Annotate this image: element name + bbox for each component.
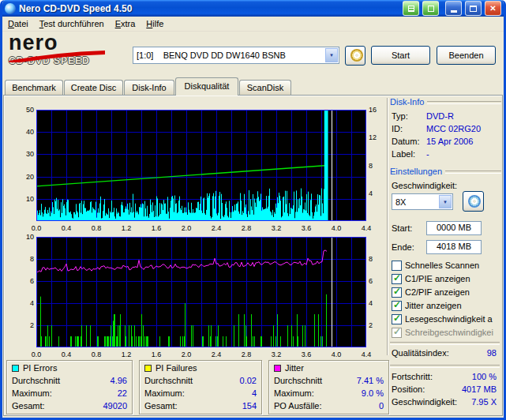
svg-text:6: 6 xyxy=(369,277,373,285)
close-icon: ✕ xyxy=(489,5,496,13)
svg-text:8: 8 xyxy=(30,255,34,263)
settings-header: Einstellungen xyxy=(390,167,501,176)
maximize-icon xyxy=(470,6,477,12)
capture-icon-2 xyxy=(428,6,434,12)
quit-button[interactable]: Beenden xyxy=(437,46,496,65)
start-position-label: Start: xyxy=(392,223,412,233)
title-bar: Nero CD-DVD Speed 4.50 ✕ xyxy=(2,0,504,17)
menu-hilfe[interactable]: Hilfe xyxy=(141,17,169,31)
checkbox-c2-pif[interactable]: ✓ C2/PIF anzeigen xyxy=(390,287,501,298)
svg-text:1.2: 1.2 xyxy=(122,351,132,358)
svg-text:40: 40 xyxy=(26,128,34,136)
disk-type-label: Typ: xyxy=(392,111,408,121)
svg-text:4: 4 xyxy=(30,299,34,307)
capture-button-1[interactable] xyxy=(403,1,419,16)
pi-errors-legend-swatch xyxy=(12,365,19,372)
speed-readout-label: Geschwindigkeit: xyxy=(392,397,457,407)
pi-failures-jitter-chart: 0.00.40.81.21.62.02.42.83.23.64.04.41086… xyxy=(17,231,382,361)
tab-diskqualitaet[interactable]: Diskqualität xyxy=(175,77,238,96)
drive-select-value: [1:0] BENQ DVD DD DW1640 BSNB xyxy=(137,47,324,63)
checkbox-box: ✓ xyxy=(392,328,402,338)
minimize-icon xyxy=(451,10,457,13)
speed-readout-value: 7.95 X xyxy=(471,397,497,407)
disk-type-value: DVD-R xyxy=(426,111,454,121)
quality-index-label: Qualitätsindex: xyxy=(392,348,449,358)
drive-select[interactable]: [1:0] BENQ DVD DD DW1640 BSNB ▼ xyxy=(133,47,339,64)
chevron-down-icon: ▼ xyxy=(329,53,334,58)
svg-text:8: 8 xyxy=(369,255,373,263)
start-position-input[interactable]: 0000 MB xyxy=(426,221,482,235)
svg-text:3.2: 3.2 xyxy=(272,351,282,358)
refresh-disc-button[interactable] xyxy=(463,191,484,212)
checkbox-jitter[interactable]: ✓ Jitter anzeigen xyxy=(390,300,501,311)
menu-bar: Datei Test durchführen Extra Hilfe xyxy=(2,17,504,32)
start-button[interactable]: Start xyxy=(371,46,430,65)
disk-label-value: - xyxy=(426,149,429,159)
logo-swoosh xyxy=(9,50,111,62)
end-position-input[interactable]: 4018 MB xyxy=(426,240,482,254)
svg-text:50: 50 xyxy=(26,106,34,114)
tab-strip: Benchmark Create Disc Disk-Info Diskqual… xyxy=(5,77,336,96)
tab-disk-info[interactable]: Disk-Info xyxy=(124,80,174,95)
close-button[interactable]: ✕ xyxy=(485,1,501,16)
tab-create-disc[interactable]: Create Disc xyxy=(64,80,123,95)
jitter-stats-title: Jitter xyxy=(285,363,304,373)
checkbox-box: ✓ xyxy=(392,301,402,311)
pi-failures-legend-swatch xyxy=(144,365,152,372)
checkbox-schnelles-scannen[interactable]: ✓ Schnelles Scannen xyxy=(390,260,501,271)
nero-logo: nero CD-DVD SPEED xyxy=(9,32,127,69)
checkbox-box: ✓ xyxy=(392,261,402,271)
pi-failures-stats-title: PI Failures xyxy=(156,363,197,373)
minimize-button[interactable] xyxy=(445,1,462,16)
window-title: Nero CD-DVD Speed 4.50 xyxy=(19,3,399,14)
drive-select-dropdown[interactable]: ▼ xyxy=(325,48,338,62)
svg-text:0.0: 0.0 xyxy=(32,351,42,358)
svg-text:1.6: 1.6 xyxy=(152,351,162,358)
svg-text:2.4: 2.4 xyxy=(212,351,222,358)
checkbox-box: ✓ xyxy=(392,274,402,284)
pi-errors-stats-title: PI Errors xyxy=(23,363,57,373)
refresh-disc-icon xyxy=(468,195,481,208)
tab-scandisk[interactable]: ScanDisk xyxy=(239,80,291,95)
end-position-label: Ende: xyxy=(392,242,414,252)
menu-datei[interactable]: Datei xyxy=(2,17,34,31)
menu-extra[interactable]: Extra xyxy=(110,17,141,31)
checkbox-box: ✓ xyxy=(392,287,402,298)
svg-text:4.0: 4.0 xyxy=(332,351,342,358)
capture-button-2[interactable] xyxy=(422,1,439,16)
pi-errors-stats: PI Errors Durchschnitt 4.96 Maximum: 22 … xyxy=(6,360,133,414)
check-icon: ✓ xyxy=(393,313,401,324)
speed-select-dropdown[interactable]: ▼ xyxy=(439,195,452,208)
disk-id-label: ID: xyxy=(392,124,403,133)
speed-select-value: 8X xyxy=(395,194,438,210)
progress-label: Fortschritt: xyxy=(392,372,433,381)
checkbox-c1-pie[interactable]: ✓ C1/PIE anzeigen xyxy=(390,273,501,284)
position-label: Position: xyxy=(392,384,425,394)
checkbox-schreibgeschwindigkeit[interactable]: ✓ Schreibgeschwindigkei xyxy=(390,327,501,338)
check-icon: ✓ xyxy=(393,272,401,283)
position-value: 4017 MB xyxy=(462,384,497,394)
check-icon: ✓ xyxy=(393,299,401,310)
progress-value: 100 % xyxy=(472,372,497,381)
disk-label-label: Label: xyxy=(392,149,415,159)
disc-tool-button[interactable] xyxy=(345,46,365,66)
checkbox-box: ✓ xyxy=(392,314,402,324)
jitter-legend-swatch xyxy=(274,365,281,372)
svg-text:2: 2 xyxy=(369,321,373,329)
tab-benchmark[interactable]: Benchmark xyxy=(5,80,63,95)
disk-info-header: Disk-Info xyxy=(390,97,501,107)
app-icon xyxy=(5,3,16,14)
checkbox-lesegeschwindigkeit[interactable]: ✓ Lesegeschwindigkeit a xyxy=(390,313,501,324)
speed-select[interactable]: 8X ▼ xyxy=(392,193,453,210)
svg-text:3.6: 3.6 xyxy=(302,351,312,358)
disk-date-value: 15 Apr 2006 xyxy=(426,137,473,146)
svg-text:20: 20 xyxy=(26,173,34,181)
maximize-button[interactable] xyxy=(465,1,482,16)
divider xyxy=(390,342,500,345)
svg-text:0.8: 0.8 xyxy=(92,351,102,358)
jitter-stats: Jitter Durchschnitt 7.41 % Maximum: 9.0 … xyxy=(268,360,389,414)
menu-test-durchfuehren[interactable]: Test durchführen xyxy=(34,17,110,31)
quality-index-value: 98 xyxy=(487,348,497,358)
svg-text:6: 6 xyxy=(30,277,34,285)
capture-icon xyxy=(408,6,414,12)
